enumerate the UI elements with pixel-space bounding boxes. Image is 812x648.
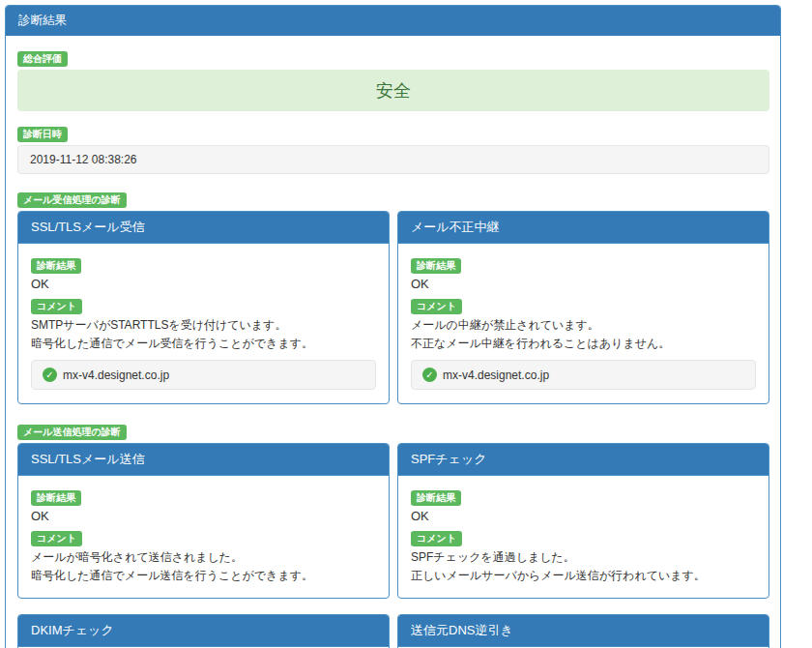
card-spf-check: SPFチェック 診断結果 OK コメント SPFチェックを通過しました。 正しい… xyxy=(397,443,769,599)
section-badge-send: メール送信処理の診断 xyxy=(17,425,127,440)
panel-header: 診断結果 xyxy=(6,6,780,36)
comment-line: 不正なメール中継を行われることはありません。 xyxy=(411,335,756,353)
check-circle-icon: ✓ xyxy=(422,368,437,382)
comment-line: 暗号化した通信でメール受信を行うことができます。 xyxy=(31,335,376,353)
result-badge: 診断結果 xyxy=(411,258,461,274)
diagnosis-datetime-value: 2019-11-12 08:38:26 xyxy=(17,145,769,174)
card-title: メール不正中継 xyxy=(398,212,768,244)
server-name: mx-v4.designet.co.jp xyxy=(63,368,169,382)
panel-body: 総合評価 安全 診断日時 2019-11-12 08:38:26 メール受信処理… xyxy=(6,36,780,648)
card-ssl-tls-receive: SSL/TLSメール受信 診断結果 OK コメント SMTPサーバがSTARTT… xyxy=(17,211,390,404)
overall-evaluation-block: 総合評価 安全 xyxy=(17,48,769,111)
card-title: DKIMチェック xyxy=(18,615,389,647)
comment-badge: コメント xyxy=(411,299,462,314)
diagnosis-datetime-block: 診断日時 2019-11-12 08:38:26 xyxy=(17,124,769,174)
card-title: 送信元DNS逆引き xyxy=(398,615,768,647)
comment-badge: コメント xyxy=(31,531,82,546)
server-name: mx-v4.designet.co.jp xyxy=(443,368,549,382)
comment-line: SPFチェックを通過しました。 xyxy=(411,548,756,567)
comment-line: SMTPサーバがSTARTTLSを受け付けています。 xyxy=(31,316,376,335)
card-title: SSL/TLSメール送信 xyxy=(18,444,389,476)
result-value: OK xyxy=(411,277,756,291)
overall-evaluation-value: 安全 xyxy=(17,70,769,111)
comment-line: メールの中継が禁止されています。 xyxy=(411,316,756,335)
comment-line: メールが暗号化されて送信されました。 xyxy=(31,548,376,567)
card-dkim-check: DKIMチェック 診断結果 NG コメント DKIMチェックが不正と判断されまし… xyxy=(17,614,390,648)
server-well: ✓ mx-v4.designet.co.jp xyxy=(411,360,756,390)
comment-badge: コメント xyxy=(31,299,82,314)
result-value: OK xyxy=(31,277,376,291)
server-well: ✓ mx-v4.designet.co.jp xyxy=(31,360,376,390)
card-reverse-dns: 送信元DNS逆引き 診断結果 OK コメント 送信元IPアドレスの逆引きが正しく… xyxy=(397,614,769,648)
card-ssl-tls-send: SSL/TLSメール送信 診断結果 OK コメント メールが暗号化されて送信され… xyxy=(17,443,390,599)
panel-title: 診断結果 xyxy=(18,14,67,27)
check-circle-icon: ✓ xyxy=(43,368,57,382)
comment-line: 暗号化した通信でメール送信を行うことができます。 xyxy=(31,567,376,585)
card-mail-relay: メール不正中継 診断結果 OK コメント メールの中継が禁止されています。 不正… xyxy=(397,211,769,404)
comment-badge: コメント xyxy=(411,531,462,546)
result-badge: 診断結果 xyxy=(411,490,461,506)
receive-card-grid: SSL/TLSメール受信 診断結果 OK コメント SMTPサーバがSTARTT… xyxy=(17,211,769,404)
send-card-grid: SSL/TLSメール送信 診断結果 OK コメント メールが暗号化されて送信され… xyxy=(17,443,769,648)
section-badge-receive: メール受信処理の診断 xyxy=(17,192,127,208)
result-badge: 診断結果 xyxy=(31,490,81,506)
result-value: OK xyxy=(411,509,756,523)
overall-evaluation-badge: 総合評価 xyxy=(17,51,68,67)
card-title: SPFチェック xyxy=(398,444,768,476)
diagnosis-result-panel: 診断結果 総合評価 安全 診断日時 2019-11-12 08:38:26 メー… xyxy=(5,5,781,648)
result-value: OK xyxy=(31,509,376,523)
result-badge: 診断結果 xyxy=(31,258,81,274)
card-title: SSL/TLSメール受信 xyxy=(18,212,389,244)
diagnosis-datetime-badge: 診断日時 xyxy=(17,127,68,142)
comment-line: 正しいメールサーバからメール送信が行われています。 xyxy=(411,567,756,585)
